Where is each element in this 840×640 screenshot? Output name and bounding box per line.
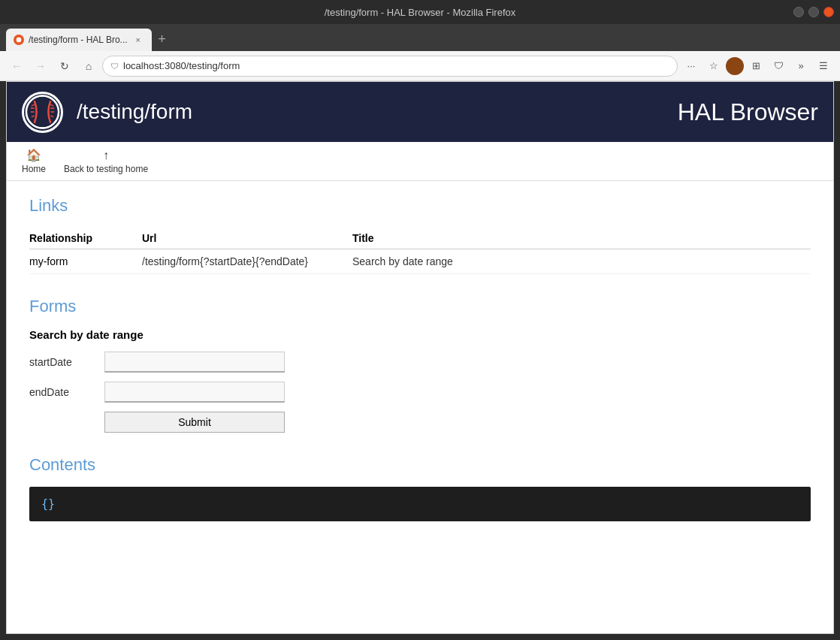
breadcrumb-home-label: Home (22, 164, 46, 174)
form-field: endDate (29, 382, 811, 403)
close-button[interactable]: ✕ (823, 7, 834, 17)
links-table: Relationship Url Title my-form /testing/… (29, 228, 811, 274)
extensions-button[interactable]: ⊞ (745, 56, 766, 77)
submit-button[interactable]: Submit (104, 412, 285, 433)
links-section-title: Links (29, 196, 811, 216)
url-text: localhost:3080/testing/form (123, 60, 669, 71)
col-relationship: Relationship (29, 228, 142, 249)
main-content: Links Relationship Url Title my-form /te… (7, 181, 833, 536)
field-label: startDate (29, 356, 104, 368)
home-icon: 🏠 (26, 148, 41, 162)
field-label: endDate (29, 386, 104, 398)
contents-section: Contents {} (29, 455, 811, 521)
breadcrumb-nav: 🏠 Home ↑ Back to testing home (7, 142, 833, 181)
hal-path: /testing/form (77, 100, 678, 124)
window-controls: — □ ✕ (793, 7, 834, 17)
form-field: startDate (29, 352, 811, 373)
hal-brand: HAL Browser (678, 98, 818, 126)
title-bar: /testing/form - HAL Browser - Mozilla Fi… (0, 0, 840, 24)
cell-url: /testing/form{?startDate}{?endDate} (142, 249, 352, 274)
more-button[interactable]: ··· (681, 56, 702, 77)
forms-section-title: Forms (29, 297, 811, 316)
field-input-startDate[interactable] (104, 352, 285, 373)
menu-button[interactable]: ☰ (813, 56, 834, 77)
new-tab-button[interactable]: + (152, 29, 173, 50)
home-button[interactable]: ⌂ (78, 56, 99, 77)
active-tab[interactable]: /testing/form - HAL Bro... × (6, 29, 152, 51)
minimize-button[interactable]: — (793, 7, 804, 17)
tab-close-button[interactable]: × (132, 34, 144, 46)
bookmark-button[interactable]: ☆ (703, 56, 724, 77)
hal-header: /testing/form HAL Browser (7, 82, 833, 142)
refresh-button[interactable]: ↻ (54, 56, 75, 77)
links-section: Links Relationship Url Title my-form /te… (29, 196, 811, 274)
field-input-endDate[interactable] (104, 382, 285, 403)
svg-point-0 (16, 37, 22, 43)
contents-section-title: Contents (29, 455, 811, 475)
breadcrumb-home[interactable]: 🏠 Home (22, 148, 46, 174)
maximize-button[interactable]: □ (808, 7, 819, 17)
browser-content: /testing/form HAL Browser 🏠 Home ↑ Back … (6, 81, 834, 634)
tab-bar: /testing/form - HAL Bro... × + (0, 24, 840, 51)
tab-title: /testing/form - HAL Bro... (29, 35, 128, 45)
breadcrumb-back-label: Back to testing home (64, 164, 148, 174)
overflow-button[interactable]: » (790, 56, 811, 77)
cell-title: Search by date range (352, 249, 811, 274)
back-button[interactable]: ← (6, 56, 27, 77)
contents-code: {} (29, 487, 811, 521)
forms-section: Forms Search by date range startDate end… (29, 297, 811, 433)
user-avatar[interactable] (726, 57, 744, 75)
window-title: /testing/form - HAL Browser - Mozilla Fi… (325, 7, 516, 18)
nav-right-icons: ··· ☆ ⊞ 🛡 » ☰ (681, 56, 834, 77)
cell-relationship: my-form (29, 249, 142, 274)
url-bar[interactable]: 🛡 localhost:3080/testing/form (102, 56, 678, 77)
tab-favicon (14, 35, 24, 45)
table-row: my-form /testing/form{?startDate}{?endDa… (29, 249, 811, 274)
form-name: Search by date range (29, 328, 811, 341)
hal-logo (22, 92, 63, 133)
shield-icon: 🛡 (110, 62, 119, 71)
shield-button[interactable]: 🛡 (768, 56, 789, 77)
up-arrow-icon: ↑ (103, 149, 109, 162)
col-title: Title (352, 228, 811, 249)
breadcrumb-back[interactable]: ↑ Back to testing home (64, 149, 148, 174)
col-url: Url (142, 228, 352, 249)
form-submit-row: Submit (104, 412, 811, 433)
nav-bar: ← → ↻ ⌂ 🛡 localhost:3080/testing/form ··… (0, 51, 840, 81)
forward-button[interactable]: → (30, 56, 51, 77)
